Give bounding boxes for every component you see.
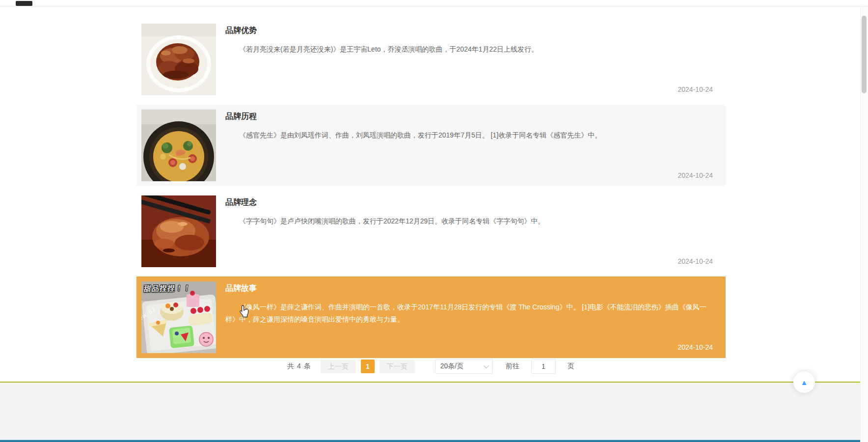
- news-summary: 《感官先生》是由刘凤瑶作词、作曲，刘凤瑶演唱的歌曲，发行于2019年7月5日。 …: [225, 129, 713, 141]
- goto-page-input[interactable]: [531, 359, 556, 374]
- news-title: 品牌理念: [225, 197, 713, 208]
- news-summary: 《像风一样》是薛之谦作词、作曲并演唱的一首歌，收录于2017年11月28日发行的…: [225, 301, 713, 326]
- news-list: 品牌优势 《若月亮没来(若是月亮还没来)》是王宇宙Leto，乔浚丞演唱的歌曲，于…: [136, 19, 726, 362]
- goto-label: 前往: [506, 362, 519, 371]
- roast-duck-illustration: [141, 195, 216, 267]
- news-info: 品牌优势 《若月亮没来(若是月亮还没来)》是王宇宙Leto，乔浚丞演唱的歌曲，于…: [216, 24, 721, 95]
- next-page-button[interactable]: 下一页: [380, 359, 415, 373]
- news-row-brand-story[interactable]: 甜品捏捏！！ ew 61 品牌故事 《像风一样》是薛之谦作词、作曲并演唱的一首歌…: [136, 276, 726, 358]
- news-title: 品牌历程: [225, 111, 713, 122]
- news-info: 品牌历程 《感官先生》是由刘凤瑶作词、作曲，刘凤瑶演唱的歌曲，发行于2019年7…: [216, 110, 721, 181]
- chevron-down-icon: [484, 363, 489, 368]
- page-number-1[interactable]: 1: [361, 359, 375, 373]
- news-info: 品牌故事 《像风一样》是薛之谦作词、作曲并演唱的一首歌，收录于2017年11月2…: [216, 281, 721, 353]
- dessert-caption: 甜品捏捏！！: [143, 283, 191, 294]
- back-to-top-button[interactable]: ▲: [793, 371, 815, 393]
- page-size-select[interactable]: 20条/页: [435, 359, 493, 374]
- scrollbar-thumb[interactable]: [862, 16, 867, 93]
- top-strip: [0, 0, 868, 6]
- news-date: 2024-10-24: [678, 85, 713, 93]
- page-size-label: 20条/页: [440, 362, 463, 371]
- news-title: 品牌优势: [225, 26, 713, 36]
- page-scrollbar[interactable]: [860, 7, 868, 442]
- caret-up-icon: ▲: [801, 378, 808, 387]
- news-info: 品牌理念 《字字句句》是卢卢快闭嘴演唱的歌曲，发行于2022年12月29日。收录…: [216, 195, 721, 267]
- news-row-brand-history[interactable]: 品牌历程 《感官先生》是由刘凤瑶作词、作曲，刘凤瑶演唱的歌曲，发行于2019年7…: [136, 105, 726, 186]
- dessert-tray-photo: 甜品捏捏！！ ew 61: [141, 281, 216, 353]
- news-date: 2024-10-24: [678, 257, 713, 265]
- pagination: 共 4 条 上一页 1 下一页 20条/页 前往 页: [136, 359, 726, 374]
- news-title: 品牌故事: [225, 283, 713, 294]
- news-date: 2024-10-24: [678, 171, 713, 179]
- news-date: 2024-10-24: [678, 343, 713, 351]
- dark-artifact: [16, 1, 32, 6]
- prev-page-button[interactable]: 上一页: [321, 359, 356, 373]
- braised-pork-illustration: [141, 24, 216, 95]
- bottom-bar: [0, 440, 868, 442]
- goto-unit-label: 页: [568, 362, 575, 371]
- noodle-soup-photo: [141, 110, 216, 181]
- news-summary: 《若月亮没来(若是月亮还没来)》是王宇宙Leto，乔浚丞演唱的歌曲，于2024年…: [225, 43, 713, 55]
- pagination-total: 共 4 条: [287, 362, 311, 371]
- roast-duck-photo: [141, 195, 216, 267]
- news-row-brand-philosophy[interactable]: 品牌理念 《字字句句》是卢卢快闭嘴演唱的歌曲，发行于2022年12月29日。收录…: [136, 191, 726, 272]
- news-row-brand-advantage[interactable]: 品牌优势 《若月亮没来(若是月亮还没来)》是王宇宙Leto，乔浚丞演唱的歌曲，于…: [136, 19, 726, 100]
- braised-pork-photo: [141, 24, 216, 95]
- noodle-soup-illustration: [141, 110, 216, 181]
- news-summary: 《字字句句》是卢卢快闭嘴演唱的歌曲，发行于2022年12月29日。收录于同名专辑…: [225, 215, 713, 227]
- footer-area: [0, 383, 860, 440]
